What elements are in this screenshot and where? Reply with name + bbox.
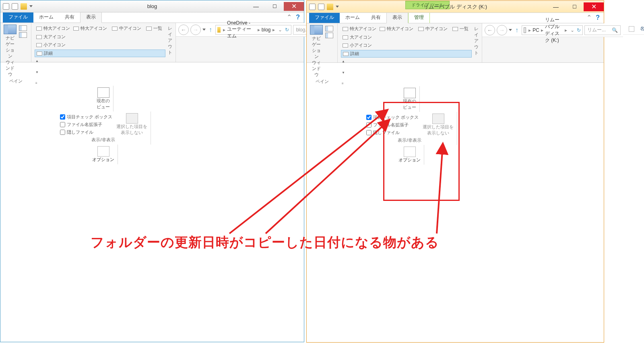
maximize-button[interactable]: ☐ — [265, 2, 284, 11]
preview-pane-button[interactable] — [325, 26, 333, 31]
document-icon[interactable] — [318, 4, 324, 10]
layout-option[interactable]: 中アイコン — [110, 25, 143, 32]
layout-option[interactable]: 大アイコン — [35, 33, 165, 40]
breadcrumb-sep: ▸ — [272, 27, 276, 33]
layout-option[interactable]: 特大アイコン — [72, 25, 109, 32]
layout-icon — [380, 27, 385, 31]
back-button[interactable]: ← — [178, 25, 189, 35]
check-item-boxes[interactable]: 項目チェック ボックス — [60, 114, 112, 120]
breadcrumb-item[interactable]: リムーバブル ディスク (K:) — [544, 17, 564, 44]
layout-icon — [452, 27, 458, 31]
options-button[interactable]: オプション — [92, 146, 114, 163]
back-button[interactable]: ← — [485, 25, 495, 35]
group-label: 表示/非表示 — [398, 136, 421, 143]
check-item-boxes[interactable]: 項目チェック ボックス — [366, 114, 419, 120]
tab-share[interactable]: 共有 — [365, 12, 386, 23]
breadcrumb-item[interactable]: blog — [261, 27, 272, 33]
folder-icon[interactable] — [327, 4, 333, 10]
address-dropdown[interactable]: ⌄ — [276, 27, 285, 33]
close-button[interactable]: ✕ — [284, 2, 304, 11]
layout-option[interactable]: 特大アイコン 特大アイコン 中アイコン 一覧 — [341, 25, 472, 33]
up-button[interactable]: ↑ — [514, 27, 520, 34]
disk-icon[interactable] — [309, 4, 316, 10]
breadcrumb-item[interactable]: OneDrive - ユーティーエム — [226, 20, 257, 39]
minimize-button[interactable]: — — [547, 2, 565, 11]
options-button[interactable]: オプション — [398, 147, 421, 163]
document-icon[interactable] — [12, 3, 18, 10]
breadcrumb-item[interactable]: PC — [532, 27, 540, 33]
tab-home[interactable]: ホーム — [340, 12, 365, 23]
select-all-checkbox[interactable] — [629, 26, 634, 32]
address-dropdown[interactable]: ⌄ — [568, 27, 577, 33]
refresh-button[interactable]: ↻ — [577, 27, 581, 33]
layout-icon — [36, 35, 42, 39]
maximize-button[interactable]: ☐ — [565, 2, 584, 11]
layout-option[interactable]: 小アイコン — [341, 42, 472, 49]
details-pane-button[interactable] — [19, 32, 27, 38]
folder-icon[interactable] — [21, 3, 27, 10]
check-extensions[interactable]: ファイル名拡張子 — [366, 122, 419, 128]
layout-option[interactable]: 大アイコン — [341, 34, 472, 41]
check-hidden[interactable]: 隠しファイル — [366, 130, 419, 136]
scroll-up[interactable]: ▲ — [35, 59, 165, 63]
tab-manage[interactable]: 管理 — [408, 12, 430, 23]
titlebar[interactable]: ドライブ ツール リムーバブル ディスク (K:) — ☐ ✕ — [307, 1, 604, 13]
expand[interactable]: ≡ — [35, 81, 165, 85]
ribbon-tabs: ファイル ホーム 共有 表示 ⌃ ? — [0, 12, 304, 23]
nav-pane-button[interactable]: ナビゲーション ウィンドウ — [310, 25, 323, 78]
tab-share[interactable]: 共有 — [59, 12, 80, 23]
scroll-up[interactable]: ▲ — [342, 60, 471, 63]
minimize-button[interactable]: — — [247, 2, 265, 11]
layout-option[interactable]: 特大アイコン — [378, 25, 415, 32]
chevron-down-icon[interactable] — [29, 5, 33, 7]
search-input[interactable]: リムー...🔍 — [584, 25, 621, 35]
hide-selected-button[interactable]: 選択した項目を 表示しない — [423, 114, 454, 136]
options-icon — [404, 147, 416, 157]
scroll-down[interactable]: ▼ — [35, 70, 165, 74]
address-box[interactable]: ▸ PC▸リムーバブル ディスク (K:)▸ ⌄ ↻ — [522, 25, 583, 35]
tab-home[interactable]: ホーム — [33, 12, 59, 23]
tab-view[interactable]: 表示 — [80, 11, 102, 23]
scroll-down[interactable]: ▼ — [342, 71, 471, 74]
tab-view[interactable]: 表示 — [386, 12, 408, 23]
help-icon[interactable]: ? — [596, 14, 600, 21]
close-button[interactable]: ✕ — [584, 2, 604, 11]
up-button[interactable]: ↑ — [207, 26, 214, 33]
chevron-up-icon[interactable]: ⌃ — [287, 13, 292, 21]
address-box[interactable]: ▸ OneDrive - ユーティーエム▸blog▸ ⌄ ↻ — [215, 25, 291, 35]
current-view-button[interactable]: 現在の ビュー — [403, 88, 416, 110]
details-pane-button[interactable] — [325, 33, 333, 38]
layout-option[interactable]: 小アイコン — [35, 41, 165, 48]
tab-file[interactable]: ファイル — [309, 12, 340, 23]
current-view-button[interactable]: 現在の ビュー — [97, 87, 110, 110]
nav-pane-button[interactable]: ナビゲーション ウィンドウ — [4, 25, 17, 77]
expand[interactable]: ≡ — [342, 82, 471, 85]
layout-option[interactable]: 特大アイコン 特大アイコン 中アイコン 一覧 — [35, 25, 165, 32]
check-extensions[interactable]: ファイル名拡張子 — [60, 122, 112, 128]
layout-option[interactable]: 中アイコン — [417, 25, 449, 32]
forward-button[interactable]: → — [497, 25, 507, 35]
chevron-down-icon[interactable] — [336, 6, 339, 8]
help-icon[interactable]: ? — [296, 14, 300, 21]
history-dropdown[interactable] — [509, 29, 512, 31]
breadcrumb-sep: ▸ — [564, 27, 568, 33]
preview-pane-button[interactable] — [19, 25, 27, 31]
check-hidden[interactable]: 隠しファイル — [60, 129, 112, 135]
layout-option[interactable]: 詳細 — [341, 50, 472, 58]
forward-button[interactable]: → — [190, 25, 201, 35]
header-name[interactable]: 名前 — [638, 25, 644, 32]
breadcrumb-sep: ▸ — [540, 27, 544, 33]
history-dropdown[interactable] — [202, 29, 206, 31]
chevron-up-icon[interactable]: ⌃ — [586, 14, 592, 21]
disk-icon[interactable] — [3, 3, 9, 10]
tab-file[interactable]: ファイル — [3, 12, 33, 23]
layout-icon — [418, 27, 424, 31]
layout-option[interactable]: 一覧 — [451, 25, 470, 32]
address-bar: ← → ↑ ▸ PC▸リムーバブル ディスク (K:)▸ ⌄ ↻ リムー...🔍 — [482, 23, 623, 37]
hide-selected-button[interactable]: 選択した項目を 表示しない — [116, 113, 147, 136]
layout-option[interactable]: 詳細 — [35, 50, 165, 57]
layout-option[interactable]: 一覧 — [144, 25, 164, 32]
group-label: 表示/非表示 — [91, 136, 115, 143]
titlebar[interactable]: blog — ☐ ✕ — [0, 0, 304, 12]
refresh-button[interactable]: ↻ — [285, 27, 290, 33]
